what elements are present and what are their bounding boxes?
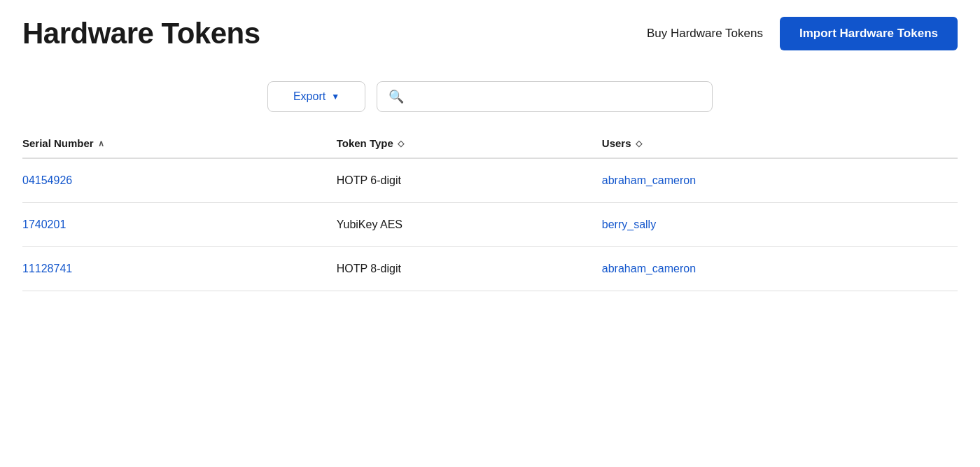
users-sort-icon — [636, 139, 642, 148]
cell-token-type: HOTP 6-digit — [337, 158, 602, 203]
serial-number-sort-button[interactable]: Serial Number — [22, 137, 104, 149]
token-type-sort-button[interactable]: Token Type — [337, 137, 404, 149]
chevron-down-icon: ▼ — [331, 92, 340, 102]
hardware-tokens-table: Serial Number Token Type Users — [22, 129, 958, 291]
import-hardware-tokens-button[interactable]: Import Hardware Tokens — [780, 17, 958, 50]
cell-users: abraham_cameron — [602, 247, 958, 291]
users-column-label: Users — [602, 137, 631, 149]
users-sort-button[interactable]: Users — [602, 137, 642, 149]
export-label: Export — [293, 90, 326, 103]
user-link[interactable]: abraham_cameron — [602, 174, 696, 186]
user-link[interactable]: berry_sally — [602, 218, 656, 230]
cell-token-type: HOTP 8-digit — [337, 247, 602, 291]
header-actions: Buy Hardware Tokens Import Hardware Toke… — [647, 17, 958, 50]
toolbar: Export ▼ 🔍 — [0, 62, 980, 123]
serial-number-link[interactable]: 04154926 — [22, 174, 72, 186]
buy-hardware-tokens-link[interactable]: Buy Hardware Tokens — [647, 27, 763, 41]
token-type-column-label: Token Type — [337, 137, 393, 149]
serial-number-column-label: Serial Number — [22, 137, 94, 149]
cell-serial-number: 1740201 — [22, 203, 337, 247]
column-header-users: Users — [602, 129, 958, 158]
export-button[interactable]: Export ▼ — [267, 81, 365, 112]
column-header-token-type: Token Type — [337, 129, 602, 158]
table-row: 1740201YubiKey AESberry_sally — [22, 203, 958, 247]
cell-serial-number: 04154926 — [22, 158, 337, 203]
search-icon: 🔍 — [388, 89, 404, 104]
serial-number-link[interactable]: 11128741 — [22, 263, 72, 274]
page-title: Hardware Tokens — [22, 17, 260, 50]
table-header-row: Serial Number Token Type Users — [22, 129, 958, 158]
cell-users: abraham_cameron — [602, 158, 958, 203]
cell-users: berry_sally — [602, 203, 958, 247]
cell-token-type: YubiKey AES — [337, 203, 602, 247]
token-type-sort-icon — [398, 139, 404, 148]
column-header-serial-number: Serial Number — [22, 129, 337, 158]
search-container: 🔍 — [377, 81, 713, 112]
sort-asc-icon — [98, 139, 104, 148]
search-input[interactable] — [410, 90, 701, 103]
user-link[interactable]: abraham_cameron — [602, 263, 696, 274]
cell-serial-number: 11128741 — [22, 247, 337, 291]
table-row: 11128741HOTP 8-digitabraham_cameron — [22, 247, 958, 291]
table-row: 04154926HOTP 6-digitabraham_cameron — [22, 158, 958, 203]
table-container: Serial Number Token Type Users — [0, 123, 980, 314]
page-header: Hardware Tokens Buy Hardware Tokens Impo… — [0, 0, 980, 62]
table-body: 04154926HOTP 6-digitabraham_cameron17402… — [22, 158, 958, 291]
serial-number-link[interactable]: 1740201 — [22, 218, 66, 230]
